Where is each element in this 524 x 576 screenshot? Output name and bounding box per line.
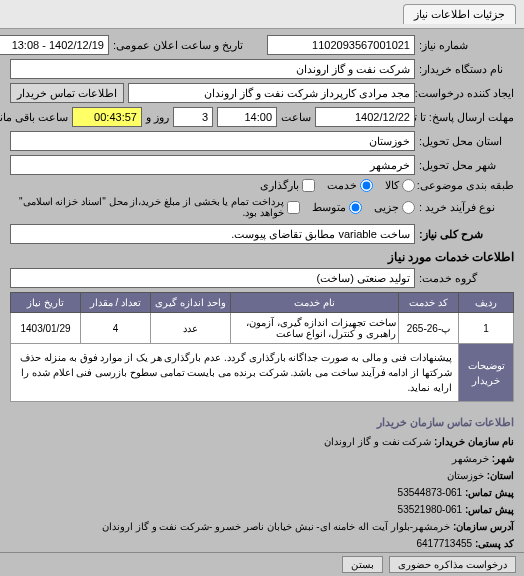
table-header-row: ردیف کد خدمت نام خدمت واحد اندازه گیری ت… bbox=[11, 293, 514, 313]
creator-field[interactable] bbox=[128, 83, 415, 103]
deadline-label: مهلت ارسال پاسخ: تا تاریخ: bbox=[419, 111, 514, 124]
table-row[interactable]: 1 پ-26-265 ساخت تجهیزات اندازه گیری، آزم… bbox=[11, 313, 514, 344]
check-bargozari-label: بارگذاری bbox=[260, 179, 299, 192]
device-name-label: نام دستگاه خریدار: bbox=[419, 63, 514, 76]
contact-postal-line: کد پستی: 6417713455 bbox=[10, 536, 514, 552]
radio-motavaset-label: متوسط bbox=[312, 201, 346, 214]
cell-idx: 1 bbox=[459, 313, 514, 344]
th-date: تاریخ نیاز bbox=[11, 293, 81, 313]
contact-section: اطلاعات تماس سازمان خریدار نام سازمان خر… bbox=[0, 408, 524, 576]
services-table: ردیف کد خدمت نام خدمت واحد اندازه گیری ت… bbox=[10, 292, 514, 402]
th-qty: تعداد / مقدار bbox=[81, 293, 151, 313]
tab-header: جزئیات اطلاعات نیاز bbox=[0, 0, 524, 29]
check-process-note[interactable]: پرداخت تمام یا بخشی از مبلغ خرید،از محل … bbox=[10, 196, 300, 218]
city-label: شهر محل تحویل: bbox=[419, 159, 514, 172]
th-unit: واحد اندازه گیری bbox=[151, 293, 231, 313]
service-group-label: گروه خدمت: bbox=[419, 272, 514, 285]
contact-fax-line: پیش تماس: 061-53521980 bbox=[10, 502, 514, 518]
th-name: نام خدمت bbox=[231, 293, 399, 313]
province-label: استان محل تحویل: bbox=[419, 135, 514, 148]
radio-kala-label: کالا bbox=[385, 179, 399, 192]
radio-khadamat-label: خدمت bbox=[327, 179, 357, 192]
radio-kala[interactable]: کالا bbox=[385, 179, 415, 192]
request-no-field[interactable] bbox=[267, 35, 415, 55]
province-field[interactable] bbox=[10, 131, 415, 151]
subject-label: شرح کلی نیاز: bbox=[419, 228, 514, 241]
cell-qty: 4 bbox=[81, 313, 151, 344]
contact-province-line: استان: خوزستان bbox=[10, 468, 514, 484]
request-no-label: شماره نیاز: bbox=[419, 39, 514, 52]
radio-jozi[interactable]: جزیی bbox=[374, 201, 415, 214]
city-field[interactable] bbox=[10, 155, 415, 175]
close-button[interactable]: بستن bbox=[342, 556, 383, 573]
creator-label: ایجاد کننده درخواست: bbox=[419, 87, 514, 100]
desc-label-cell: توضیحات خریدار bbox=[459, 344, 514, 402]
desc-cell: پیشنهادات فنی و مالی به صورت جداگانه بار… bbox=[11, 344, 459, 402]
process-group: جزیی متوسط پرداخت تمام یا بخشی از مبلغ خ… bbox=[10, 196, 415, 218]
th-code: کد خدمت bbox=[399, 293, 459, 313]
services-header: اطلاعات خدمات مورد نیاز bbox=[10, 250, 514, 264]
contact-section1-title: اطلاعات تماس سازمان خریدار bbox=[10, 414, 514, 432]
announce-field[interactable] bbox=[0, 35, 109, 55]
contact-address-line: آدرس سازمان: خرمشهر-بلوار آیت اله خامنه … bbox=[10, 519, 514, 535]
deadline-time-field[interactable] bbox=[217, 107, 277, 127]
cell-unit: عدد bbox=[151, 313, 231, 344]
device-name-field[interactable] bbox=[10, 59, 415, 79]
radio-khadamat[interactable]: خدمت bbox=[327, 179, 373, 192]
form-area: شماره نیاز: تاریخ و ساعت اعلان عمومی: نا… bbox=[0, 29, 524, 408]
cell-date: 1403/01/29 bbox=[11, 313, 81, 344]
service-group-field[interactable] bbox=[10, 268, 415, 288]
countdown-label: ساعت باقی مانده bbox=[0, 111, 68, 124]
process-label: نوع فرآیند خرید : bbox=[419, 201, 514, 214]
announce-label: تاریخ و ساعت اعلان عمومی: bbox=[113, 39, 263, 52]
contact-buyer-button[interactable]: اطلاعات تماس خریدار bbox=[10, 83, 124, 103]
tab-details[interactable]: جزئیات اطلاعات نیاز bbox=[403, 4, 516, 24]
contact-phone-line: پیش تماس: 061-53544873 bbox=[10, 485, 514, 501]
contact-org-line: نام سازمان خریدار: شرکت نفت و گاز اروندا… bbox=[10, 434, 514, 450]
footer-bar: درخواست مذاکره حضوری بستن bbox=[0, 552, 524, 576]
desc-row: توضیحات خریدار پیشنهادات فنی و مالی به ص… bbox=[11, 344, 514, 402]
days-remaining-field bbox=[173, 107, 213, 127]
countdown-field bbox=[72, 107, 142, 127]
contact-city-line: شهر: خرمشهر bbox=[10, 451, 514, 467]
radio-jozi-label: جزیی bbox=[374, 201, 399, 214]
radio-motavaset[interactable]: متوسط bbox=[312, 201, 362, 214]
cell-name: ساخت تجهیزات اندازه گیری، آزمون، راهبری … bbox=[231, 313, 399, 344]
time-label-1: ساعت bbox=[281, 111, 311, 124]
process-note-label: پرداخت تمام یا بخشی از مبلغ خرید،از محل … bbox=[10, 196, 284, 218]
category-group: کالا خدمت بارگذاری bbox=[260, 179, 415, 192]
subject-field[interactable] bbox=[10, 224, 415, 244]
deadline-date-field[interactable] bbox=[315, 107, 415, 127]
budget-label: طبقه بندی موضوعی: bbox=[419, 179, 514, 192]
check-bargozari[interactable]: بارگذاری bbox=[260, 179, 315, 192]
th-idx: ردیف bbox=[459, 293, 514, 313]
negotiate-button[interactable]: درخواست مذاکره حضوری bbox=[389, 556, 516, 573]
cell-code: پ-26-265 bbox=[399, 313, 459, 344]
days-label: روز و bbox=[146, 111, 169, 124]
